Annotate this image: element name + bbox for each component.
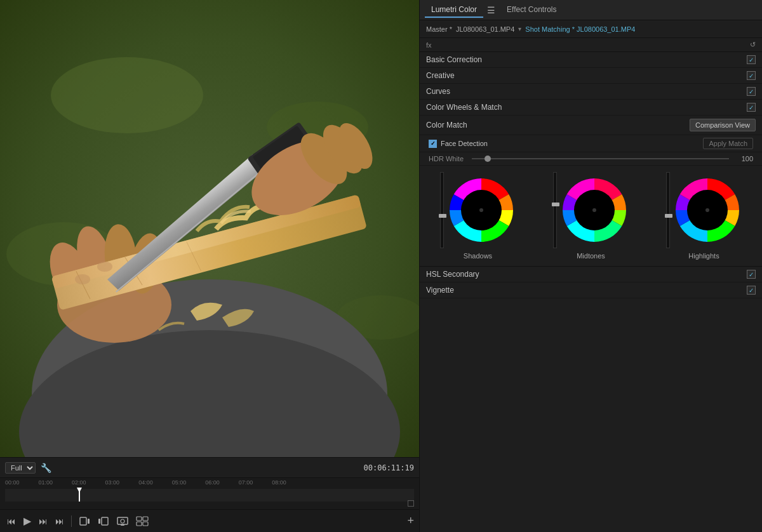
highlights-wheel-with-slider [666, 172, 742, 248]
midtones-slider-handle[interactable] [552, 203, 559, 206]
svg-rect-35 [143, 517, 148, 521]
svg-point-40 [479, 208, 483, 212]
vignette-label: Vignette [426, 286, 454, 295]
player-controls: ⏮ ▶ ⏭ ⏭ + [0, 509, 419, 532]
shadows-color-wheel[interactable] [446, 175, 516, 245]
hsl-secondary-checkbox[interactable] [747, 270, 756, 279]
section-basic-correction[interactable]: Basic Correction [420, 52, 762, 68]
playhead [79, 489, 80, 502]
mark-out-button[interactable] [96, 515, 111, 528]
color-match-row: Color Match Comparison View [420, 116, 762, 135]
svg-point-1 [51, 57, 203, 133]
section-vignette[interactable]: Vignette [420, 283, 762, 298]
highlights-label: Highlights [688, 252, 719, 260]
section-color-wheels-match[interactable]: Color Wheels & Match [420, 100, 762, 116]
shot-matching-label: Shot Matching * JL080063_01.MP4 [525, 25, 635, 33]
svg-rect-30 [98, 519, 100, 524]
svg-rect-34 [137, 517, 142, 521]
shadows-label: Shadows [464, 252, 492, 260]
creative-label: Creative [426, 71, 455, 80]
basic-correction-checkbox[interactable] [747, 55, 756, 64]
clip-header: Master * JL080063_01.MP4 ▾ Shot Matching… [420, 20, 762, 38]
add-button[interactable]: + [407, 514, 414, 528]
hsl-secondary-label: HSL Secondary [426, 270, 479, 279]
curves-label: Curves [426, 87, 450, 96]
clip-name: JL080063_01.MP4 [456, 25, 514, 33]
bottom-sections: HSL Secondary Vignette [420, 266, 762, 298]
midtones-color-wheel[interactable] [559, 175, 629, 245]
playhead-circle [408, 500, 414, 507]
color-wheels-checkbox[interactable] [747, 103, 756, 112]
shadows-wheel-item: Shadows [440, 172, 516, 260]
fx-row: fx ↺ [420, 38, 762, 52]
shadows-wheel-with-slider [440, 172, 516, 248]
highlights-color-wheel[interactable] [672, 175, 742, 245]
tab-lumetri-color[interactable]: Lumetri Color [425, 3, 483, 18]
mark-in-button[interactable] [77, 515, 92, 528]
curves-checkbox[interactable] [747, 87, 756, 96]
play-button[interactable]: ▶ [22, 514, 33, 528]
tab-effect-controls[interactable]: Effect Controls [500, 3, 563, 18]
step-forward-button[interactable]: ⏭ [37, 515, 50, 528]
svg-rect-28 [88, 519, 90, 524]
svg-rect-33 [121, 524, 124, 526]
face-detection-row: Face Detection Apply Match [420, 135, 762, 152]
shadows-vertical-slider[interactable] [440, 172, 444, 248]
hdr-white-label: HDR White [429, 155, 467, 163]
midtones-wheel-with-slider [553, 172, 629, 248]
color-wheels-label: Color Wheels & Match [426, 103, 502, 112]
hdr-white-slider[interactable] [472, 158, 729, 159]
svg-rect-27 [80, 517, 86, 525]
svg-rect-37 [143, 522, 148, 526]
svg-point-25 [75, 274, 90, 284]
midtones-label: Midtones [577, 252, 605, 260]
creative-checkbox[interactable] [747, 71, 756, 80]
video-scene [0, 0, 419, 457]
section-curves[interactable]: Curves [420, 84, 762, 100]
midtones-wheel-item: Midtones [553, 172, 629, 260]
svg-point-43 [592, 208, 596, 212]
fast-forward-button[interactable]: ⏭ [53, 515, 66, 528]
reset-icon[interactable]: ↺ [750, 41, 756, 49]
master-label: Master * [426, 25, 452, 33]
hdr-white-slider-handle[interactable] [485, 156, 491, 162]
section-hsl-secondary[interactable]: HSL Secondary [420, 267, 762, 283]
timecode-display: 00:06:11:19 [364, 463, 414, 472]
face-detection-label: Face Detection [441, 140, 488, 147]
video-controls-bar: Full 1/2 1/4 🔧 00:06:11:19 [0, 457, 419, 477]
go-to-start-button[interactable]: ⏮ [5, 515, 18, 528]
highlights-slider-handle[interactable] [665, 214, 672, 218]
wheels-container: Shadows [420, 166, 762, 266]
face-detection-checkbox[interactable] [429, 140, 437, 148]
fx-label: fx [426, 41, 432, 49]
divider1 [71, 515, 72, 527]
quality-select[interactable]: Full 1/2 1/4 [5, 462, 36, 474]
timeline-ticks: 00:0001:0002:0003:0004:00 05:0006:0007:0… [0, 478, 419, 486]
hdr-white-row: HDR White 100 [420, 152, 762, 166]
clip-dropdown-arrow[interactable]: ▾ [518, 25, 521, 32]
svg-point-32 [121, 519, 124, 523]
highlights-wheel-item: Highlights [666, 172, 742, 260]
color-match-label: Color Match [426, 121, 467, 130]
settings-icon[interactable]: 🔧 [41, 463, 51, 473]
svg-point-46 [705, 208, 709, 212]
multi-camera-button[interactable] [134, 515, 150, 528]
apply-match-button[interactable]: Apply Match [703, 138, 753, 149]
lumetri-tab-menu[interactable]: ☰ [487, 5, 495, 15]
video-panel: Full 1/2 1/4 🔧 00:06:11:19 00:0001:0002:… [0, 0, 419, 532]
lumetri-panel: Lumetri Color ☰ Effect Controls Master *… [419, 0, 762, 532]
section-creative[interactable]: Creative [420, 68, 762, 84]
timeline-area[interactable]: 00:0001:0002:0003:0004:00 05:0006:0007:0… [0, 477, 419, 509]
shadows-slider-handle[interactable] [439, 214, 446, 218]
export-frame-button[interactable] [115, 515, 130, 528]
vignette-checkbox[interactable] [747, 286, 756, 295]
svg-rect-29 [102, 517, 108, 525]
highlights-vertical-slider[interactable] [666, 172, 670, 248]
comparison-view-button[interactable]: Comparison View [690, 119, 756, 131]
panel-tabs: Lumetri Color ☰ Effect Controls [420, 0, 762, 20]
basic-correction-label: Basic Correction [426, 55, 482, 64]
midtones-vertical-slider[interactable] [553, 172, 557, 248]
hdr-white-value: 100 [734, 155, 753, 163]
svg-rect-36 [137, 522, 142, 526]
timeline-track[interactable] [5, 489, 414, 502]
